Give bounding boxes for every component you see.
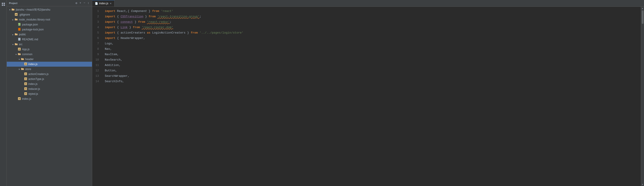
token-str-underline: 'react-redux' [147,20,170,24]
token-plain: React,{ [115,10,131,13]
tree-icon-folder-open [18,53,21,56]
svg-text:JS: JS [25,83,27,85]
tree-item-header[interactable]: ▾header [7,57,92,62]
tree-label: actionType.js [28,77,44,81]
sidebar-expand-icon[interactable]: ↕ [87,1,90,5]
scroll-up-icon[interactable]: ▲ [641,7,644,10]
tree-item-store-index-js[interactable]: JSindex.js [7,82,92,86]
tree-icon-folder-open [21,57,24,61]
tree-icon-file-json: {} [18,23,21,26]
tree-item-store[interactable]: ▾store [7,67,92,72]
token-plain: } [128,26,133,29]
tree-item-index-js[interactable]: JSindex.js [7,62,92,67]
tree-label: store [25,68,31,71]
project-icon[interactable] [1,2,6,7]
code-line: Logo, [105,41,641,46]
tree-item-node_modules[interactable]: ▸node_modules library root [7,17,92,22]
code-line: import { actionCreaters as LoginActionCr… [105,30,641,36]
svg-text:JS: JS [18,98,20,100]
tree-arrow: ▾ [18,68,21,71]
sidebar-collapse-icon[interactable]: − [83,1,86,5]
sidebar-settings-icon[interactable]: ⚙ [75,1,78,5]
code-line: NavSearch, [105,57,641,63]
token-plain: SearchWrapper, [105,74,129,78]
token-kw-as: as [147,31,150,35]
tree-label: .gitignore [19,13,30,16]
line-number: 1 [92,9,101,14]
right-scrollbar[interactable]: ▲ ▼ [641,7,644,186]
tree-icon-file-js: JS [24,87,28,91]
editor-tab[interactable]: 📄 index.js ✕ [92,0,114,7]
token-plain [156,15,158,18]
line-number: 6 [92,36,101,41]
sidebar-header: Project ⚙ + − ↕ [7,0,92,6]
sidebar-add-icon[interactable]: + [79,1,82,5]
tree-item-actionType-js[interactable]: JSactionType.js [7,77,92,82]
tree-label: package-lock.json [22,28,44,31]
line-number: 7 [92,41,101,46]
svg-text:JS: JS [18,48,20,50]
tree-item-actionCreators-js[interactable]: JSactionCreaters.js [7,72,92,77]
token-plain: Nav, [105,47,112,51]
tab-close-icon[interactable]: ✕ [110,2,112,5]
token-str-underline: 'react-router-dom' [142,26,173,29]
tree-item-styled-js[interactable]: JSstyled.js [7,91,92,96]
tree-item-src-index-js[interactable]: JSindex.js [7,96,92,101]
scroll-thumb[interactable] [642,10,644,24]
token-kw-import: import [105,20,115,24]
line-number: 14 [92,79,101,84]
token-plain: { [115,15,120,18]
tree-icon-file-md [18,38,21,41]
svg-text:JS: JS [25,93,27,95]
tab-label: index.js [99,2,108,5]
tree-icon-file-js: JS [24,92,28,96]
tree-item-common[interactable]: ▾common [7,52,92,57]
tree-label: actionCreaters.js [28,73,48,76]
tree-icon-file-js: JS [18,97,21,101]
tree-item-reducer-js[interactable]: JSreducer.js [7,86,92,91]
line-numbers: 1234567891011121314 [92,7,103,186]
svg-rect-9 [18,38,20,41]
tree-item-package-json[interactable]: {}package.json [7,22,92,27]
tree-item-jianshu-root[interactable]: ▾jianshu ~/react/简书2/jianshu [7,7,92,12]
token-plain: } [144,15,149,18]
code-line: Nav, [105,46,641,52]
tree-item-package-lock-json[interactable]: package-lock.json [7,27,92,32]
token-plain: } [133,20,138,24]
token-plain: { actionCreaters [115,31,147,35]
tree-label: public [19,33,26,36]
token-plain: SearchInfo, [105,80,124,83]
tree-label: src [19,43,22,46]
token-plain: Button, [105,69,117,72]
tree-item-readme[interactable]: README.md [7,37,92,42]
token-kw-from: from [149,15,156,18]
code-line: Addition, [105,63,641,68]
token-kw-import: import [105,15,115,18]
sidebar: Project ⚙ + − ↕ ▾jianshu ~/react/简书2/jia… [7,0,92,186]
tree-item-src[interactable]: ▾src [7,42,92,47]
tree-arrow: ▾ [8,9,11,11]
code-line: import { connect } from 'react-redux'; [105,19,641,25]
scroll-down-icon[interactable]: ▼ [641,183,644,186]
code-area[interactable]: import React,{ Component } from 'react'i… [103,7,641,186]
svg-rect-3 [4,5,5,6]
svg-rect-2 [2,5,3,6]
tab-bar: 📄 index.js ✕ [92,0,644,7]
token-plain: { HeaderWrapper, [115,37,145,40]
tree-icon-file-js: JS [24,72,28,76]
token-plain: ; [200,15,201,18]
tree-icon-file-lock [18,28,21,31]
line-number: 9 [92,52,101,57]
token-import-named: connect [120,20,133,24]
tree-label: jianshu ~/react/简书2/jianshu [16,8,50,12]
tree-item-public[interactable]: ▸public [7,32,92,37]
token-plain: Logo, [105,42,114,45]
tree-item-gitignore[interactable]: JS.gitignore [7,12,92,17]
tree-item-app-js[interactable]: JSApp.js [7,47,92,52]
token-plain: } [147,10,152,13]
token-kw-from: from [138,20,145,24]
token-plain: { [115,20,120,24]
tree-label: node_modules library root [19,18,50,21]
token-import-named: CSSTransition [120,15,143,18]
line-number: 5 [92,30,101,36]
